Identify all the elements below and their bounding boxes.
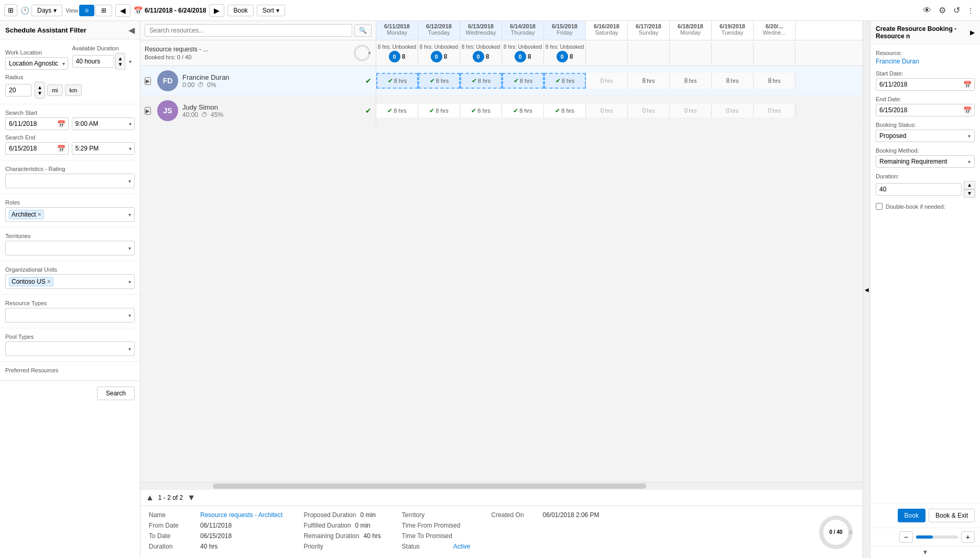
search-end-date-input[interactable]	[5, 142, 69, 155]
grid-header: 🔍 6/11/2018 Monday 6/12/2018 Tuesday 6/1…	[140, 21, 863, 40]
proposed-duration-label: Proposed Duration	[303, 511, 356, 519]
booking-status-select[interactable]: Proposed Committed	[876, 130, 975, 142]
resource-row-judy[interactable]: ▶ JS Judy Simon 40:00 ⏱ 45% ✔	[140, 96, 863, 126]
grid-icon-btn[interactable]: ⊞	[4, 4, 17, 16]
roles-architect-tag-text: Architect	[12, 211, 36, 218]
sort-btn[interactable]: Sort ▾	[257, 5, 285, 16]
resource-types-dropdown-btn[interactable]: ▾	[128, 313, 131, 318]
radius-mi-btn[interactable]: mi	[47, 84, 63, 96]
org-units-tag-remove[interactable]: ×	[47, 278, 51, 285]
name-value-link[interactable]: Resource requests - Architect	[200, 511, 282, 519]
judy-cell-2[interactable]: ✔8 hrs	[460, 104, 502, 117]
zoom-out-btn[interactable]: −	[899, 531, 913, 543]
roles-input[interactable]	[46, 211, 126, 218]
right-panel-expand-btn[interactable]: ▶	[970, 29, 975, 36]
horiz-scroll-thumb[interactable]	[213, 484, 646, 489]
pag-prev-btn[interactable]: ▲	[146, 493, 154, 502]
date-col-6: 6/17/2018 Sunday	[628, 21, 670, 40]
duration-stepper-down[interactable]: ▼	[964, 189, 975, 198]
days-dropdown-btn[interactable]: Days ▾	[31, 5, 62, 16]
francine-cell-4[interactable]: ✔8 hrs	[544, 73, 586, 89]
expand-francine-btn[interactable]: ▶	[145, 77, 151, 85]
roles-label: Roles	[5, 199, 135, 206]
bottom-col-4: Created On 06/01/2018 2:06 PM	[492, 511, 600, 553]
pool-types-label: Pool Types	[5, 334, 135, 340]
horiz-scroll[interactable]	[140, 482, 863, 489]
radius-input[interactable]	[5, 84, 31, 96]
list-view-btn[interactable]: ≡	[79, 5, 94, 16]
resource-search-btn[interactable]: 🔍	[354, 24, 372, 37]
date-col-0: 6/11/2018 Monday	[376, 21, 418, 40]
francine-cell-8: 8hrs	[712, 73, 754, 89]
org-units-input[interactable]	[56, 278, 126, 285]
view-label-text: View	[66, 7, 78, 14]
schedule-grid: 🔍 6/11/2018 Monday 6/12/2018 Tuesday 6/1…	[140, 21, 863, 482]
book-action-btn[interactable]: Book	[898, 509, 925, 522]
duration-booking-input[interactable]	[876, 183, 962, 196]
roles-architect-tag-remove[interactable]: ×	[38, 211, 41, 218]
expand-judy-btn[interactable]: ▶	[145, 107, 151, 115]
characteristics-dropdown-btn[interactable]: ▾	[128, 178, 131, 184]
francine-cell-0[interactable]: ✔8 hrs	[376, 73, 418, 89]
pool-types-input[interactable]	[9, 345, 126, 352]
territories-dropdown-btn[interactable]: ▾	[128, 245, 131, 251]
judy-cell-4[interactable]: ✔8 hrs	[544, 104, 586, 117]
resource-search-input[interactable]	[145, 24, 352, 37]
search-start-date-input[interactable]	[5, 117, 69, 130]
judy-cell-1[interactable]: ✔8 hrs	[418, 104, 460, 117]
days-dropdown-arrow: ▾	[53, 7, 57, 14]
zoom-in-btn[interactable]: +	[961, 531, 975, 543]
date-col-3: 6/14/2018 Thursday	[502, 21, 544, 40]
to-date-field: To Date 06/15/2018	[149, 532, 282, 540]
radius-stepper[interactable]: ▲▼	[35, 82, 45, 99]
eye-icon-btn[interactable]: 👁	[921, 5, 933, 16]
pool-types-dropdown-btn[interactable]: ▾	[128, 346, 131, 352]
duration-booking-label: Duration:	[876, 173, 975, 179]
booking-method-select[interactable]: Remaining Requirement Full Requirement	[876, 155, 975, 168]
next-btn[interactable]: ▶	[209, 4, 224, 17]
judy-cells: ✔8 hrs ✔8 hrs ✔8 hrs ✔8 hrs ✔8 hrs	[376, 104, 863, 117]
available-duration-input[interactable]	[72, 55, 114, 68]
duration-stepper-up[interactable]: ▲▼	[115, 53, 126, 70]
search-start-time-select[interactable]: 9:00 AM	[72, 117, 135, 130]
francine-cell-3[interactable]: ✔8 hrs	[502, 73, 544, 89]
table-view-btn[interactable]: ⊞	[95, 5, 112, 16]
expand-collapse-right-panel-btn[interactable]: ◀	[863, 21, 870, 558]
resource-types-input[interactable]	[9, 312, 126, 319]
created-on-value: 06/01/2018 2:06 PM	[543, 511, 600, 519]
right-panel-header[interactable]: Create Resource Booking - Resource n ▶	[870, 21, 980, 45]
refresh-icon-btn[interactable]: ↺	[951, 4, 962, 16]
search-button[interactable]: Search	[97, 387, 135, 400]
book-btn[interactable]: Book	[227, 5, 253, 16]
double-book-checkbox[interactable]	[876, 203, 883, 210]
prev-btn[interactable]: ◀	[115, 4, 130, 17]
settings-icon-btn[interactable]: ⚙	[937, 4, 948, 16]
req-cell-0: 8 hrs: Unbooked 0 8	[376, 42, 418, 65]
end-date-field-input[interactable]	[876, 104, 975, 116]
judy-cell-3[interactable]: ✔8 hrs	[502, 104, 544, 117]
org-units-dropdown-btn[interactable]: ▾	[128, 279, 131, 285]
collapse-left-btn[interactable]: ◀	[128, 25, 135, 35]
from-date-field: From Date 06/11/2018	[149, 522, 282, 529]
double-book-label: Double-book if needed:	[886, 203, 945, 210]
roles-dropdown-btn[interactable]: ▾	[128, 212, 131, 218]
work-location-select[interactable]: Location Agnostic	[5, 57, 68, 70]
zoom-slider-track[interactable]	[916, 535, 958, 539]
details-icon-btn[interactable]: ⋮	[965, 6, 976, 15]
resource-row-francine[interactable]: ▶ FD Francine Duran 0:00 ⏱ 0% ✔	[140, 66, 863, 96]
status-value-link[interactable]: Active	[453, 543, 471, 550]
characteristics-input[interactable]	[9, 177, 126, 185]
search-end-time-select[interactable]: 5:29 PM	[72, 142, 135, 155]
judy-avatar: JS	[157, 100, 178, 121]
radius-km-btn[interactable]: km	[65, 84, 82, 96]
pag-next-btn[interactable]: ▼	[187, 493, 195, 502]
territories-input[interactable]	[9, 244, 126, 252]
book-exit-action-btn[interactable]: Book & Exit	[929, 509, 975, 522]
francine-cell-2[interactable]: ✔8 hrs	[460, 73, 502, 89]
francine-meta: 0:00 ⏱ 0%	[182, 81, 361, 89]
judy-cell-0[interactable]: ✔8 hrs	[376, 104, 418, 117]
francine-cell-1[interactable]: ✔8 hrs	[418, 73, 460, 89]
collapse-bottom-btn[interactable]: ▼	[922, 549, 929, 556]
duration-stepper-up[interactable]: ▲	[964, 181, 975, 189]
start-date-field-input[interactable]	[876, 78, 975, 91]
